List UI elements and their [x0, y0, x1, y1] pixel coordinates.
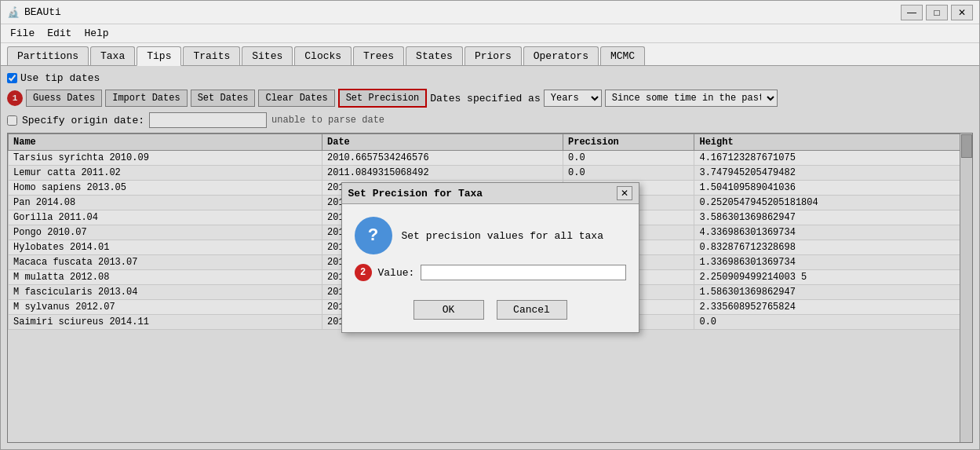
tab-trees[interactable]: Trees [353, 46, 404, 65]
modal-question-icon: ? [355, 217, 392, 254]
window-controls: — □ ✕ [901, 5, 973, 20]
tab-clocks[interactable]: Clocks [294, 46, 352, 65]
help-menu[interactable]: Help [78, 26, 115, 41]
modal-overlay: Set Precision for Taxa ✕ ? Set precision… [1, 66, 979, 449]
modal-body: ? Set precision values for all taxa 2 Va… [342, 204, 639, 294]
tab-operators[interactable]: Operators [523, 46, 599, 65]
maximize-button[interactable]: □ [926, 5, 948, 20]
tab-taxa[interactable]: Taxa [90, 46, 135, 65]
modal-title: Set Precision for Taxa [348, 188, 483, 199]
modal-buttons: OK Cancel [342, 294, 639, 332]
modal-title-bar: Set Precision for Taxa ✕ [342, 183, 639, 204]
modal-message: Set precision values for all taxa [402, 230, 603, 242]
edit-menu[interactable]: Edit [41, 26, 78, 41]
minimize-button[interactable]: — [901, 5, 923, 20]
tab-priors[interactable]: Priors [464, 46, 522, 65]
content-area: Use tip dates 1 Guess Dates Import Dates… [1, 66, 979, 449]
app-icon: 🔬 [7, 6, 20, 19]
tab-sites[interactable]: Sites [242, 46, 293, 65]
value-label: Value: [378, 267, 415, 279]
modal-close-button[interactable]: ✕ [617, 186, 632, 200]
tab-states[interactable]: States [406, 46, 463, 65]
tab-mcmc[interactable]: MCMC [600, 46, 645, 65]
tab-traits[interactable]: Traits [183, 46, 240, 65]
step2-circle: 2 [355, 264, 372, 281]
ok-button[interactable]: OK [413, 300, 484, 320]
menu-bar: File Edit Help [1, 24, 979, 43]
tabs-bar: Partitions Taxa Tips Traits Sites Clocks… [1, 43, 979, 66]
cancel-button[interactable]: Cancel [497, 300, 567, 320]
tab-partitions[interactable]: Partitions [7, 46, 89, 65]
main-window: 🔬 BEAUti — □ ✕ File Edit Help Partitions… [0, 0, 980, 450]
modal-info-row: ? Set precision values for all taxa [355, 217, 626, 254]
set-precision-dialog: Set Precision for Taxa ✕ ? Set precision… [341, 182, 639, 333]
precision-value-input[interactable] [421, 265, 625, 280]
modal-value-row: 2 Value: [355, 264, 626, 281]
file-menu[interactable]: File [4, 26, 41, 41]
tab-tips[interactable]: Tips [137, 46, 181, 66]
window-title: BEAUti [24, 6, 896, 18]
close-button[interactable]: ✕ [951, 5, 973, 20]
title-bar: 🔬 BEAUti — □ ✕ [1, 1, 979, 24]
